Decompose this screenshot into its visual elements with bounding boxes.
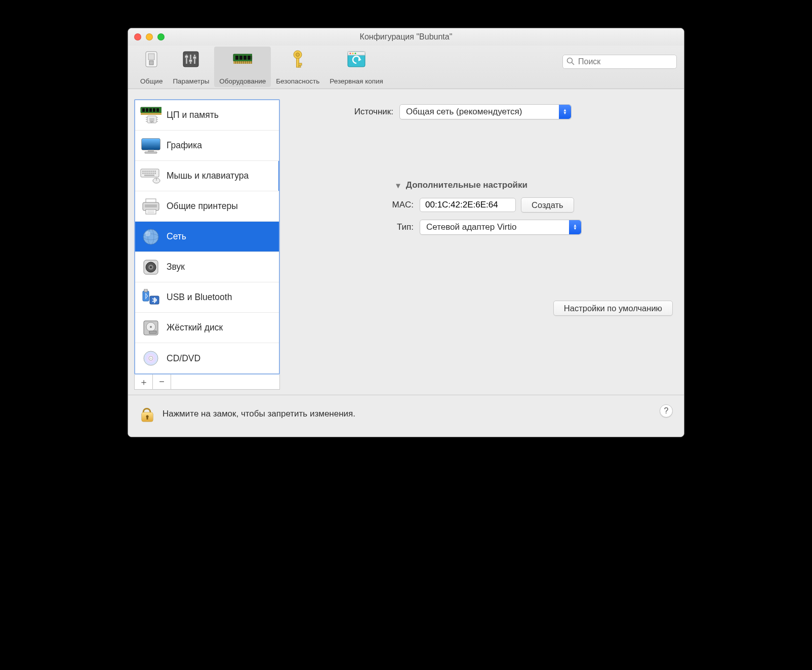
tab-hardware[interactable]: Оборудование bbox=[214, 47, 271, 87]
type-label: Тип: bbox=[293, 222, 420, 232]
search-input[interactable] bbox=[562, 55, 677, 69]
svg-rect-73 bbox=[146, 173, 148, 174]
svg-point-90 bbox=[145, 231, 150, 236]
search-field[interactable] bbox=[562, 55, 677, 69]
adapter-type-select[interactable]: Сетевой адаптер Virtio ▲▼ bbox=[420, 220, 582, 235]
sidebar-item-label: Сеть bbox=[167, 231, 186, 242]
sidebar-item-network[interactable]: Сеть bbox=[135, 222, 279, 252]
sidebar-item-usb-bluetooth[interactable]: USB и Bluetooth bbox=[135, 282, 279, 313]
svg-point-31 bbox=[296, 53, 300, 57]
remove-hardware-button[interactable]: − bbox=[153, 374, 171, 389]
svg-rect-68 bbox=[150, 171, 152, 172]
svg-point-37 bbox=[350, 53, 351, 54]
svg-rect-67 bbox=[148, 171, 150, 172]
hardware-sidebar: cpu ЦП и память Графика Мышь и клавиатур… bbox=[134, 99, 280, 374]
svg-rect-83 bbox=[145, 204, 157, 207]
restore-defaults-button[interactable]: Настройки по умолчанию bbox=[553, 301, 673, 316]
hdd-icon bbox=[140, 317, 161, 339]
sidebar-item-printers[interactable]: Общие принтеры bbox=[135, 191, 279, 222]
sidebar-item-sound[interactable]: Звук bbox=[135, 252, 279, 282]
svg-rect-76 bbox=[152, 173, 154, 174]
svg-point-87 bbox=[143, 229, 158, 244]
advanced-disclosure[interactable]: ▼ Дополнительные настройки bbox=[394, 180, 673, 190]
lock-text: Нажмите на замок, чтобы запретить измене… bbox=[163, 409, 355, 419]
sidebar-item-graphics[interactable]: Графика bbox=[135, 131, 279, 161]
window-title: Конфигурация "Bubunta" bbox=[128, 32, 684, 41]
sidebar-item-label: Мышь и клавиатура bbox=[167, 171, 249, 181]
type-row: Тип: Сетевой адаптер Virtio ▲▼ bbox=[293, 220, 673, 235]
svg-rect-60 bbox=[142, 139, 160, 150]
svg-point-100 bbox=[150, 326, 152, 328]
svg-rect-61 bbox=[148, 150, 154, 152]
toolbar: Общие Параметры Оборудование bbox=[128, 46, 684, 89]
add-hardware-button[interactable]: ＋ bbox=[135, 374, 153, 389]
detail-pane: Источник: Общая сеть (рекомендуется) ▲▼ … bbox=[293, 99, 673, 390]
svg-rect-34 bbox=[299, 66, 301, 67]
search-icon bbox=[566, 57, 575, 65]
dropdown-arrows-icon: ▲▼ bbox=[559, 105, 571, 119]
type-value: Сетевой адаптер Virtio bbox=[426, 222, 516, 232]
dropdown-arrows-icon: ▲▼ bbox=[569, 220, 581, 234]
content-area: cpu ЦП и память Графика Мышь и клавиатур… bbox=[128, 89, 684, 395]
svg-point-41 bbox=[567, 58, 573, 63]
cpu-ram-icon: cpu bbox=[140, 105, 161, 126]
svg-rect-17 bbox=[233, 61, 252, 64]
sidebar-list-buttons: ＋ − bbox=[134, 374, 280, 390]
backup-icon bbox=[347, 50, 366, 69]
help-button[interactable]: ? bbox=[660, 404, 673, 417]
svg-rect-74 bbox=[148, 173, 150, 174]
disclosure-triangle-icon: ▼ bbox=[394, 181, 402, 190]
source-select[interactable]: Общая сеть (рекомендуется) ▲▼ bbox=[399, 104, 572, 119]
sidebar-item-label: CD/DVD bbox=[167, 353, 200, 364]
svg-rect-72 bbox=[144, 173, 146, 174]
svg-rect-66 bbox=[146, 171, 148, 172]
svg-rect-71 bbox=[142, 173, 144, 174]
globe-icon bbox=[140, 226, 161, 247]
svg-rect-2 bbox=[149, 61, 153, 65]
svg-rect-11 bbox=[235, 56, 238, 60]
ram-icon bbox=[233, 50, 252, 69]
svg-rect-14 bbox=[248, 56, 251, 60]
display-icon bbox=[140, 135, 161, 156]
svg-rect-45 bbox=[146, 108, 148, 112]
svg-rect-13 bbox=[243, 56, 247, 60]
svg-rect-47 bbox=[153, 108, 155, 112]
svg-point-38 bbox=[352, 53, 354, 54]
tab-general[interactable]: Общие bbox=[135, 47, 168, 87]
lock-icon[interactable] bbox=[139, 404, 155, 424]
sidebar-item-cpu-memory[interactable]: cpu ЦП и память bbox=[135, 100, 279, 131]
sidebar-item-label: USB и Bluetooth bbox=[167, 292, 232, 303]
mac-row: MAC: Создать bbox=[293, 197, 673, 213]
svg-rect-64 bbox=[142, 171, 144, 172]
svg-rect-69 bbox=[152, 171, 154, 172]
svg-rect-84 bbox=[146, 210, 156, 214]
svg-point-39 bbox=[355, 53, 356, 54]
tab-security[interactable]: Безопасность bbox=[271, 47, 324, 87]
svg-rect-46 bbox=[149, 108, 152, 112]
source-row: Источник: Общая сеть (рекомендуется) ▲▼ bbox=[293, 104, 673, 119]
svg-rect-108 bbox=[147, 417, 148, 420]
svg-rect-75 bbox=[150, 173, 152, 174]
sidebar-item-cd-dvd[interactable]: CD/DVD bbox=[135, 343, 279, 373]
sliders-icon bbox=[181, 50, 200, 69]
speaker-icon bbox=[140, 257, 161, 278]
svg-rect-77 bbox=[154, 173, 156, 174]
svg-rect-15 bbox=[252, 56, 252, 60]
disc-icon bbox=[140, 348, 161, 369]
source-label: Источник: bbox=[293, 107, 399, 117]
svg-line-42 bbox=[572, 62, 575, 65]
svg-rect-101 bbox=[149, 331, 156, 333]
mac-label: MAC: bbox=[293, 200, 420, 210]
generate-mac-button[interactable]: Создать bbox=[521, 197, 574, 213]
svg-rect-49 bbox=[141, 113, 161, 115]
sidebar-item-mouse-keyboard[interactable]: Мышь и клавиатура bbox=[135, 161, 279, 191]
tab-label: Оборудование bbox=[219, 77, 266, 85]
sidebar-item-hard-disk[interactable]: Жёсткий диск bbox=[135, 313, 279, 343]
tab-label: Параметры bbox=[173, 77, 209, 85]
tab-backup[interactable]: Резервная копия bbox=[324, 47, 388, 87]
tab-label: Общие bbox=[140, 77, 163, 85]
sidebar-item-label: Жёсткий диск bbox=[167, 322, 223, 333]
tab-options[interactable]: Параметры bbox=[168, 47, 214, 87]
mac-input[interactable] bbox=[420, 198, 516, 212]
svg-rect-33 bbox=[299, 63, 302, 65]
